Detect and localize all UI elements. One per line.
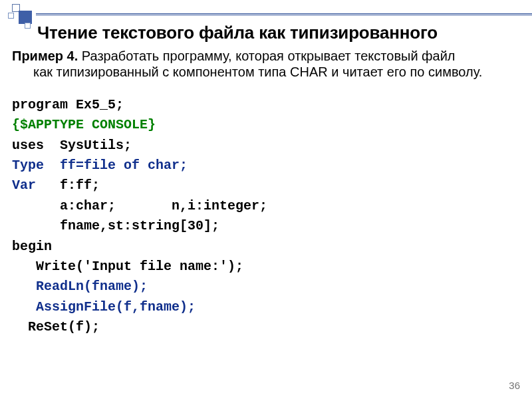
- code-line: fname,st:string[30];: [12, 216, 523, 236]
- code-line: AssignFile(f,fname);: [12, 297, 523, 317]
- code-line: Type ff=file of char;: [12, 156, 523, 176]
- code-line: Var f:ff;: [12, 176, 523, 196]
- slide-title: Чтение текстового файла как типизированн…: [37, 23, 525, 43]
- code-line: Write('Input file name:');: [12, 257, 523, 277]
- code-line: a:char; n,i:integer;: [12, 196, 523, 216]
- decor-square: [25, 23, 31, 29]
- code-keyword: Type: [12, 158, 60, 173]
- code-var: f:ff;: [60, 178, 100, 193]
- example-label: Пример 4.: [12, 49, 78, 63]
- decor-square: [8, 13, 14, 19]
- header-rule: [36, 13, 532, 15]
- page-number: 36: [509, 380, 520, 391]
- code-line: uses SysUtils;: [12, 136, 523, 156]
- code-typedef: ff=file of char;: [60, 158, 188, 173]
- example-paragraph: Пример 4. Разработать программу, которая…: [12, 48, 523, 80]
- code-line: begin: [12, 237, 523, 257]
- code-line: ReSet(f);: [12, 317, 523, 337]
- example-text-first: Разработать программу, которая открывает…: [78, 49, 455, 63]
- slide-body: Пример 4. Разработать программу, которая…: [12, 48, 523, 337]
- code-block: program Ex5_5; {$APPTYPE CONSOLE} uses S…: [12, 95, 523, 338]
- code-line: program Ex5_5;: [12, 95, 523, 115]
- code-line: {$APPTYPE CONSOLE}: [12, 115, 523, 135]
- example-text-rest: как типизированный с компонентом типа CH…: [12, 64, 523, 80]
- decor-square: [19, 11, 32, 24]
- code-keyword: Var: [12, 178, 60, 193]
- code-line: ReadLn(fname);: [12, 277, 523, 297]
